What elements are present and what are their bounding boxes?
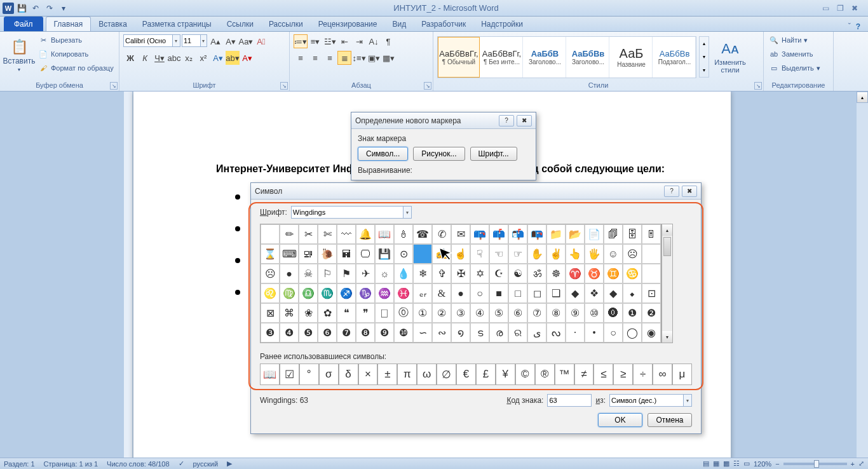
symbol-cell[interactable]: ❷ (642, 303, 661, 323)
save-icon[interactable]: 💾 (15, 2, 28, 15)
status-lang[interactable]: русский (193, 460, 218, 468)
recent-symbol-cell[interactable]: π (397, 364, 417, 385)
replace-button[interactable]: abЗаменить (768, 47, 814, 61)
symbol-cell[interactable]: ❻ (318, 323, 337, 343)
symbol-cell[interactable]: 📖 (375, 224, 394, 244)
zoom-value[interactable]: 120% (754, 460, 771, 468)
symbol-cell[interactable]: ❶ (623, 303, 642, 323)
recent-symbol-cell[interactable]: © (515, 364, 535, 385)
symbol-cell[interactable]: ട (470, 323, 489, 343)
align-center-button[interactable]: ≡ (308, 51, 322, 65)
symbol-cell[interactable]: ☪ (489, 264, 508, 283)
symbol-cell[interactable]: 🕯 (394, 224, 413, 244)
symbol-cell[interactable]: 🖳 (299, 244, 318, 264)
symbol-cell[interactable]: ⌨ (280, 244, 299, 264)
styles-launcher[interactable]: ↘ (754, 82, 762, 90)
symbol-cell[interactable]: ໑ (451, 323, 470, 343)
symbol-cell[interactable]: ♍ (280, 283, 299, 303)
symbol-cell[interactable]: ① (413, 303, 432, 323)
symbol-grid[interactable]: ✏✂✄〰🔔📖🕯☎✆✉📪📫📬📭📁📂📄🗐🗄🎚⌛⌨🖳🐌🖬🖵💾⊙✍☝☟☜☞✋✌👆🖐☺☹ … (260, 224, 661, 343)
symbol-cell[interactable]: ☺ (604, 244, 623, 264)
symbol-cell[interactable]: ⑩ (585, 303, 604, 323)
recent-symbol-cell[interactable]: 📖 (260, 364, 280, 385)
symbol-cell[interactable]: ⎕ (375, 303, 394, 323)
underline-button[interactable]: Ч▾ (153, 51, 166, 65)
shrink-font-button[interactable]: A▾ (224, 34, 238, 48)
recent-symbol-cell[interactable]: £ (476, 364, 496, 385)
symbol-cell[interactable]: ♑ (356, 283, 375, 303)
tab-view[interactable]: Вид (384, 17, 414, 31)
recent-symbol-cell[interactable]: × (358, 364, 378, 385)
symbol-cell[interactable]: ॐ (527, 264, 546, 283)
symbol-cell[interactable]: ❸ (261, 323, 280, 343)
text-effects-button[interactable]: A▾ (211, 51, 225, 65)
symbol-cell[interactable]: ⊙ (394, 244, 413, 264)
symbol-cell[interactable] (413, 244, 432, 264)
symbol-cell[interactable]: ◯ (623, 323, 642, 343)
symbol-cell[interactable]: ✌ (546, 244, 566, 264)
recent-symbol-cell[interactable]: ∞ (653, 364, 672, 385)
symbol-cell[interactable]: ✡ (470, 264, 489, 283)
symbol-cell[interactable]: ● (451, 283, 470, 303)
status-words[interactable]: Число слов: 48/108 (107, 460, 169, 468)
symbol-ok-button[interactable]: OK (598, 413, 642, 427)
copy-button[interactable]: 📄Копировать (37, 47, 115, 61)
symbol-cell[interactable]: ☎ (413, 224, 432, 244)
symbol-cell[interactable]: ✞ (432, 264, 451, 283)
format-painter-button[interactable]: 🖌Формат по образцу (37, 61, 115, 75)
symbol-cell[interactable]: ☟ (470, 244, 489, 264)
styles-more[interactable]: ▾ (700, 64, 709, 77)
marker-picture-button[interactable]: Рисунок... (413, 147, 465, 161)
restore-icon[interactable]: ❐ (837, 4, 844, 13)
close-icon[interactable]: ✖ (851, 4, 858, 13)
recent-symbol-cell[interactable]: ≠ (574, 364, 594, 385)
symbol-cell[interactable]: ⓪ (394, 303, 413, 323)
symbol-cell[interactable]: ❄ (413, 264, 432, 283)
bold-button[interactable]: Ж (123, 51, 137, 65)
symbol-cell[interactable]: 🗄 (623, 224, 642, 244)
symbol-cell[interactable]: ∾ (432, 323, 451, 343)
symbol-cell[interactable]: • (585, 323, 604, 343)
style-item[interactable]: АаБбВвГг,¶ Без инте... (481, 37, 523, 78)
recent-symbol-cell[interactable]: ™ (555, 364, 574, 385)
symbol-cancel-button[interactable]: Отмена (648, 413, 692, 427)
qat-dropdown-icon[interactable]: ▾ (57, 2, 70, 15)
status-section[interactable]: Раздел: 1 (4, 460, 35, 468)
symbol-cell[interactable]: 🖬 (337, 244, 356, 264)
symbol-cell[interactable]: ⑧ (546, 303, 566, 323)
symbol-cell[interactable]: ◆ (566, 283, 585, 303)
symbol-font-input[interactable] (292, 207, 403, 218)
symbol-cell[interactable]: ♌ (261, 283, 280, 303)
symbol-cell[interactable]: ■ (489, 283, 508, 303)
zoom-out-button[interactable]: − (775, 460, 779, 468)
symbol-cell[interactable]: ⑤ (489, 303, 508, 323)
font-name-combo[interactable]: ▾ (123, 34, 180, 47)
view-web-icon[interactable]: ▩ (723, 459, 729, 468)
symbol-cell[interactable] (642, 264, 661, 283)
symbol-cell[interactable] (261, 224, 280, 244)
sort-button[interactable]: A↓ (367, 34, 381, 48)
code-input-wrap[interactable] (547, 394, 592, 407)
vertical-scrollbar[interactable]: ▴ (857, 92, 868, 458)
status-macro-icon[interactable]: ▶ (227, 459, 232, 468)
symbol-cell[interactable]: ○ (604, 323, 623, 343)
symbol-cell[interactable]: 🗐 (604, 224, 623, 244)
zoom-slider[interactable] (783, 463, 847, 465)
from-combo[interactable]: ▾ (609, 394, 692, 407)
symbol-cell[interactable]: ❿ (394, 323, 413, 343)
symbol-cell[interactable]: · (566, 323, 585, 343)
symbol-cell[interactable]: ✋ (527, 244, 546, 264)
borders-button[interactable]: ▦▾ (381, 51, 395, 65)
recent-symbol-cell[interactable]: σ (319, 364, 339, 385)
tab-insert[interactable]: Вставка (91, 17, 135, 31)
align-left-button[interactable]: ≡ (294, 51, 308, 65)
symbol-cell[interactable]: 👆 (566, 244, 585, 264)
line-spacing-button[interactable]: ↕≡▾ (352, 51, 366, 65)
symbol-cell[interactable]: ی (527, 323, 546, 343)
symbol-cell[interactable]: ☸ (546, 264, 566, 283)
clipboard-launcher[interactable]: ↘ (110, 82, 118, 90)
symbol-cell[interactable]: ❹ (280, 323, 299, 343)
style-item[interactable]: АаБбВвПодзагол... (654, 37, 696, 78)
symbol-cell[interactable]: ⊡ (642, 283, 661, 303)
symbol-cell[interactable]: ④ (470, 303, 489, 323)
